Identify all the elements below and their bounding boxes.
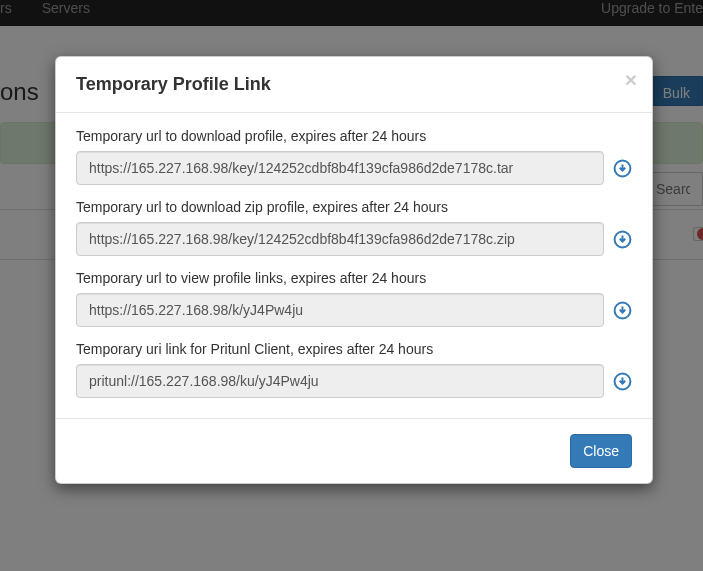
field-label: Temporary url to view profile links, exp… xyxy=(76,270,632,286)
zip-url-input[interactable] xyxy=(76,222,604,256)
close-icon[interactable]: × xyxy=(625,69,637,90)
tar-url-input[interactable] xyxy=(76,151,604,185)
field-label: Temporary uri link for Pritunl Client, e… xyxy=(76,341,632,357)
view-url-input[interactable] xyxy=(76,293,604,327)
field-group-view: Temporary url to view profile links, exp… xyxy=(76,270,632,327)
field-label: Temporary url to download profile, expir… xyxy=(76,128,632,144)
download-icon[interactable] xyxy=(612,300,632,320)
modal-body: Temporary url to download profile, expir… xyxy=(56,113,652,418)
modal-footer: Close xyxy=(56,418,652,483)
temporary-profile-link-modal: Temporary Profile Link × Temporary url t… xyxy=(55,56,653,484)
close-button[interactable]: Close xyxy=(570,434,632,468)
field-label: Temporary url to download zip profile, e… xyxy=(76,199,632,215)
field-group-uri: Temporary uri link for Pritunl Client, e… xyxy=(76,341,632,398)
modal-header: Temporary Profile Link × xyxy=(56,57,652,113)
modal-title: Temporary Profile Link xyxy=(76,74,271,94)
download-icon[interactable] xyxy=(612,229,632,249)
client-uri-input[interactable] xyxy=(76,364,604,398)
download-icon[interactable] xyxy=(612,371,632,391)
download-icon[interactable] xyxy=(612,158,632,178)
field-group-tar: Temporary url to download profile, expir… xyxy=(76,128,632,185)
field-group-zip: Temporary url to download zip profile, e… xyxy=(76,199,632,256)
